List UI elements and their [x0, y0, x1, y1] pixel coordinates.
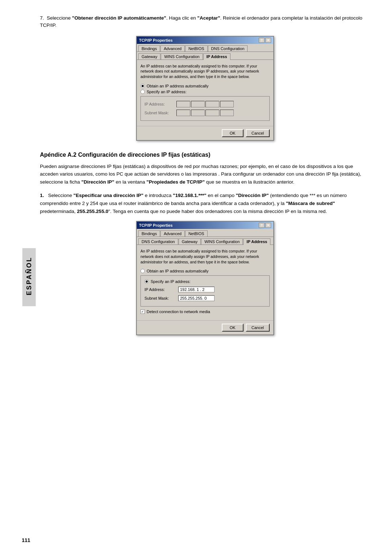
dialog2-titlebar-buttons: ? ✕ [259, 223, 271, 228]
sidebar-espanol-label: ESPAÑOL [23, 248, 36, 306]
dialog1-cancel-btn[interactable]: Cancel [246, 129, 270, 137]
dialog2-titlebar: TCP/IP Properties ? ✕ [137, 222, 273, 229]
dialog2: TCP/IP Properties ? ✕ Bindings Advanced … [136, 221, 274, 335]
dialog1-subnet-label: Subnet Mask: [144, 111, 173, 115]
step7-text: 7. Seleccione "Obtener dirección IP auto… [40, 15, 370, 29]
tab-gateway[interactable]: Gateway [138, 53, 160, 59]
dialog2-radio-group: Obtain an IP address automatically [140, 269, 270, 273]
d2-tab-ip[interactable]: IP Address [243, 238, 270, 245]
dialog1-body: An IP address can be automatically assig… [137, 60, 273, 126]
step1-bold4: "Máscara de subred" [286, 201, 335, 206]
dialog1-radio-group: Obtain an IP address automatically Speci… [140, 84, 270, 94]
dialog1-tabs: Bindings Advanced NetBIOS DNS Configurat… [137, 44, 273, 52]
checkbox-label: Detect connection to network media [147, 309, 210, 314]
step1-bold3: "Dirección IP" [236, 193, 269, 198]
ip-seg2 [191, 101, 205, 107]
dialog2-close-btn[interactable]: ✕ [265, 223, 271, 228]
step7-bold1: "Obtener dirección IP automáticamente" [72, 15, 166, 21]
dialog1-footer: OK Cancel [137, 126, 273, 140]
dialog1-subnet-row: Subnet Mask: [144, 110, 266, 116]
body-bold1: "Dirección IP" [81, 179, 114, 185]
dialog2-fieldset: Specify an IP address: IP Address: 192.1… [140, 275, 270, 307]
tab-ip-address[interactable]: IP Address [203, 53, 230, 60]
d2-tab-netbios[interactable]: NetBIOS [185, 230, 207, 237]
section-heading: Apéndice A.2 Configuración de direccione… [40, 152, 370, 158]
ip-seg4 [220, 101, 234, 107]
step1-bold5: 255.255.255.0 [77, 209, 108, 214]
subnet-seg4 [220, 110, 234, 116]
dialog1-close-btn[interactable]: ✕ [265, 38, 271, 43]
dialog2-subnet-value[interactable]: 255.255.255. 0 [178, 295, 215, 301]
dialog2-ip-label: IP Address: [144, 287, 175, 292]
dialog1-ok-btn[interactable]: OK [222, 129, 244, 137]
dialog2-subnet-label: Subnet Mask: [144, 296, 175, 300]
subnet-seg3 [205, 110, 219, 116]
subnet-seg2 [191, 110, 205, 116]
step1-num: 1. [40, 193, 44, 198]
tab-bindings[interactable]: Bindings [138, 45, 160, 52]
dialog1-radio1[interactable]: Obtain an IP address automatically [140, 84, 270, 88]
dialog2-help-btn[interactable]: ? [259, 223, 265, 228]
step1-bold2: "192.168.1.***" [173, 193, 206, 198]
dialog2-ip-row: IP Address: 192.168. 1 . 2 [144, 287, 266, 292]
tab-advanced[interactable]: Advanced [160, 45, 185, 52]
tab-dns-config[interactable]: DNS Configuration [208, 45, 248, 52]
dialog1-titlebar-buttons: ? ✕ [259, 38, 271, 43]
dialog1-subnet-input[interactable] [176, 110, 234, 116]
checkbox-box: ✓ [140, 309, 145, 314]
dialog2-title: TCP/IP Properties [139, 223, 173, 227]
dialog1-info: An IP address can be automatically assig… [140, 63, 270, 79]
dialog1-tabs-row2: Gateway WINS Configuration IP Address [137, 52, 273, 60]
d2-radio1-circle [140, 269, 145, 273]
dialog1-ip-row: IP Address: [144, 101, 266, 107]
dialog2-footer: OK Cancel [137, 320, 273, 335]
body-bold2: "Propiedades de TCP/IP" [147, 179, 205, 185]
dialog2-cancel-btn[interactable]: Cancel [246, 324, 270, 332]
d2-tab-bindings[interactable]: Bindings [138, 230, 160, 237]
d2-radio2-label: Specify an IP address: [151, 279, 191, 284]
ip-seg3 [205, 101, 219, 107]
d2-radio2-circle [144, 279, 149, 284]
dialog2-checkbox[interactable]: ✓ Detect connection to network media [140, 309, 270, 314]
dialog2-radio1[interactable]: Obtain an IP address automatically [140, 269, 270, 273]
radio1-circle [140, 84, 145, 88]
tab-wins[interactable]: WINS Configuration [161, 53, 203, 59]
dialog1-titlebar: TCP/IP Properties ? ✕ [137, 37, 273, 44]
dialog1-wrapper: TCP/IP Properties ? ✕ Bindings Advanced … [40, 36, 370, 141]
dialog1-radio2[interactable]: Specify an IP address: [140, 90, 270, 94]
dialog1-help-btn[interactable]: ? [259, 38, 265, 43]
dialog2-ok-btn[interactable]: OK [222, 324, 244, 332]
step1-text: 1. Seleccione "Especificar una dirección… [40, 192, 370, 215]
dialog2-wrapper: TCP/IP Properties ? ✕ Bindings Advanced … [40, 221, 370, 335]
dialog2-ip-value[interactable]: 192.168. 1 . 2 [178, 287, 215, 292]
d2-tab-dns[interactable]: DNS Configuration [138, 238, 178, 245]
radio1-label: Obtain an IP address automatically [147, 84, 208, 88]
dialog2-tabs-row1: Bindings Advanced NetBIOS [137, 229, 273, 237]
step7-bold2: "Aceptar" [197, 15, 220, 21]
radio2-label: Specify an IP address: [147, 90, 187, 94]
ip-seg1 [176, 101, 190, 107]
dialog1-fieldset: IP Address: Subnet Mask: [140, 96, 270, 121]
dialog1-ip-input[interactable] [176, 101, 234, 107]
dialog2-info: An IP address can be automatically assig… [140, 249, 270, 264]
d2-radio1-label: Obtain an IP address automatically [147, 269, 208, 273]
dialog2-tabs-row2: DNS Configuration Gateway WINS Configura… [137, 237, 273, 245]
step1-bold1: "Especificar una dirección IP" [73, 193, 143, 198]
d2-tab-advanced[interactable]: Advanced [160, 230, 185, 237]
body-paragraph: Pueden asignarse direcciones IP fijas (e… [40, 163, 370, 186]
d2-tab-wins[interactable]: WINS Configuration [201, 238, 243, 245]
radio2-circle [140, 90, 145, 94]
dialog1-title: TCP/IP Properties [139, 38, 173, 42]
subnet-seg1 [176, 110, 190, 116]
dialog2-subnet-row: Subnet Mask: 255.255.255. 0 [144, 295, 266, 301]
tab-netbios[interactable]: NetBIOS [185, 45, 207, 52]
dialog1-ip-label: IP Address: [144, 102, 173, 106]
dialog2-body: An IP address can be automatically assig… [137, 245, 273, 320]
d2-tab-gateway[interactable]: Gateway [179, 238, 201, 245]
page-number: 111 [22, 537, 30, 543]
dialog2-radio2[interactable]: Specify an IP address: [144, 279, 266, 284]
dialog1: TCP/IP Properties ? ✕ Bindings Advanced … [136, 36, 274, 141]
